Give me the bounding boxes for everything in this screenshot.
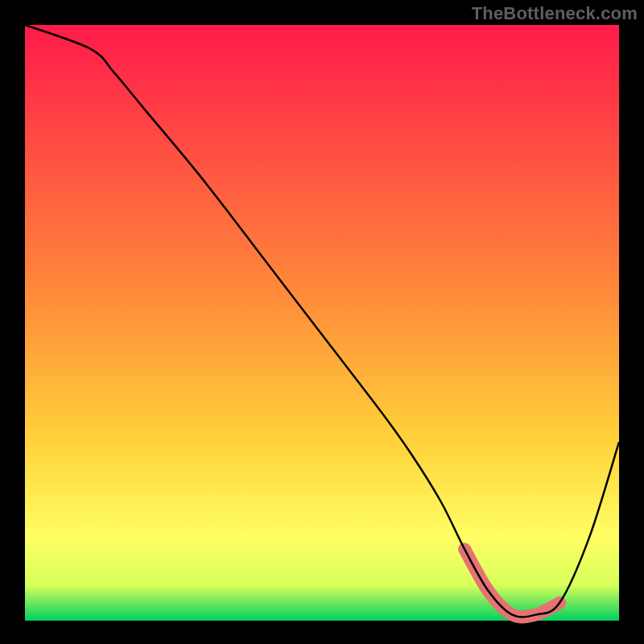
bottleneck-chart — [0, 0, 644, 644]
attribution-text: TheBottleneck.com — [472, 3, 638, 24]
plot-background — [25, 25, 619, 621]
chart-stage: TheBottleneck.com — [0, 0, 644, 644]
